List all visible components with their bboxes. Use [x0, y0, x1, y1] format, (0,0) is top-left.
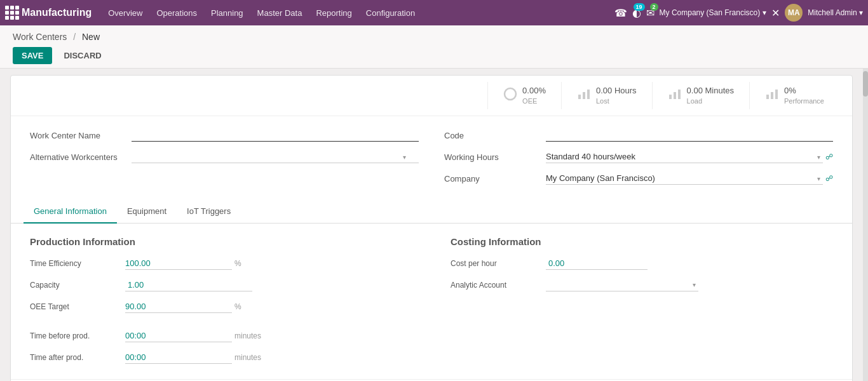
hours-lost-label: Lost	[596, 97, 637, 105]
svg-rect-6	[678, 90, 681, 99]
tab-equipment[interactable]: Equipment	[117, 200, 177, 224]
menu-configuration[interactable]: Configuration	[360, 6, 421, 20]
form-left-col: Work Center Name Alternative Workcenters	[30, 129, 419, 194]
scrollbar-thumb[interactable]	[863, 71, 868, 97]
discard-button[interactable]: DISCARD	[57, 47, 107, 64]
menu-overview[interactable]: Overview	[102, 6, 149, 20]
costing-information-section: Costing Information Cost per hour Analyt…	[451, 236, 833, 373]
time-efficiency-input[interactable]	[125, 257, 232, 270]
brand-title: Manufacturing	[22, 7, 92, 18]
code-label: Code	[444, 131, 546, 140]
oee-label: OEE	[522, 97, 546, 105]
analytic-account-label: Analytic Account	[451, 281, 546, 290]
menu-master-data[interactable]: Master Data	[251, 6, 309, 20]
performance-icon	[765, 88, 779, 103]
svg-rect-5	[674, 92, 676, 99]
company-row: Company My Company (San Francisco) ▾ ☍	[444, 172, 833, 185]
time-after-input[interactable]	[125, 351, 232, 364]
analytic-account-select[interactable]	[546, 279, 698, 291]
working-hours-external-link-icon[interactable]: ☍	[825, 152, 833, 161]
save-button[interactable]: SAVE	[13, 47, 52, 64]
capacity-input[interactable]	[125, 279, 252, 291]
svg-rect-8	[771, 92, 773, 99]
messages-icon[interactable]: ✉ 2	[646, 7, 654, 19]
breadcrumb-separator: /	[73, 32, 76, 42]
svg-rect-2	[583, 92, 585, 99]
svg-rect-4	[669, 95, 672, 99]
time-before-label: Time before prod.	[30, 331, 125, 340]
company-selector[interactable]: My Company (San Francisco) ▾	[660, 8, 767, 17]
stats-bar: 0.00% OEE 0.00 Ho	[11, 76, 852, 116]
alternative-workcenters-value: ▾	[132, 150, 419, 163]
oee-target-input[interactable]	[125, 300, 232, 313]
costing-information-title: Costing Information	[451, 236, 833, 247]
code-row: Code	[444, 129, 833, 142]
production-information-section: Production Information Time Efficiency %…	[30, 236, 412, 373]
stat-oee[interactable]: 0.00% OEE	[487, 82, 561, 109]
working-hours-select[interactable]: Standard 40 hours/week	[546, 150, 823, 163]
minutes-load-label: Load	[687, 97, 734, 105]
company-chevron-icon: ▾	[763, 8, 766, 17]
alternative-workcenters-row: Alternative Workcenters ▾	[30, 150, 419, 163]
capacity-label: Capacity	[30, 281, 125, 290]
svg-rect-7	[766, 95, 769, 99]
work-center-name-value	[132, 129, 419, 142]
svg-rect-1	[578, 95, 581, 99]
time-efficiency-label: Time Efficiency	[30, 259, 125, 268]
page-wrapper: 0.00% OEE 0.00 Ho	[0, 69, 868, 381]
tab-general-information[interactable]: General Information	[24, 200, 117, 224]
oee-value: 0.00%	[522, 86, 546, 97]
working-hours-label: Working Hours	[444, 152, 546, 162]
cost-per-hour-label: Cost per hour	[451, 259, 546, 268]
alternative-workcenters-select[interactable]	[132, 150, 419, 163]
menu-operations[interactable]: Operations	[150, 6, 203, 20]
time-before-unit: minutes	[234, 331, 261, 340]
hours-lost-value: 0.00 Hours	[596, 86, 637, 97]
app-switcher-icon[interactable]	[5, 6, 19, 20]
stat-minutes-load[interactable]: 0.00 Minutes Load	[652, 82, 749, 109]
time-after-label: Time after prod.	[30, 353, 125, 362]
work-center-name-input[interactable]	[132, 129, 419, 142]
activities-icon[interactable]: ◐ 19	[632, 7, 641, 19]
breadcrumb-parent[interactable]: Work Centers	[13, 32, 67, 42]
form-header-fields: Work Center Name Alternative Workcenters	[11, 116, 852, 200]
performance-label: Performance	[784, 97, 824, 105]
oee-target-label: OEE Target	[30, 302, 125, 311]
minutes-load-value: 0.00 Minutes	[687, 86, 734, 97]
company-select[interactable]: My Company (San Francisco)	[546, 172, 823, 185]
tab-content-general: Production Information Time Efficiency %…	[11, 224, 852, 379]
oee-target-row: OEE Target %	[30, 300, 412, 313]
cost-per-hour-input[interactable]	[546, 257, 648, 270]
code-input[interactable]	[546, 129, 833, 142]
cost-per-hour-row: Cost per hour	[451, 257, 833, 270]
user-chevron-icon: ▾	[859, 8, 863, 17]
menu-reporting[interactable]: Reporting	[309, 6, 358, 20]
analytic-account-row: Analytic Account ▾	[451, 279, 833, 291]
stat-hours-lost[interactable]: 0.00 Hours Lost	[561, 82, 652, 109]
scroll-content: 0.00% OEE 0.00 Ho	[0, 69, 863, 381]
top-navigation: Manufacturing Overview Operations Planni…	[0, 0, 868, 25]
main-menu: Overview Operations Planning Master Data…	[102, 6, 611, 20]
menu-planning[interactable]: Planning	[205, 6, 250, 20]
form-card: 0.00% OEE 0.00 Ho	[10, 75, 853, 381]
company-label: Company	[444, 174, 546, 184]
breadcrumb-bar: Work Centers / New SAVE DISCARD	[0, 25, 868, 69]
phone-icon[interactable]: ☎	[614, 7, 627, 19]
breadcrumb-current: New	[82, 32, 100, 42]
form-right-col: Code Working Hours Standard 40 hours/wee…	[444, 129, 833, 194]
time-after-prod-row: Time after prod. minutes	[30, 351, 412, 364]
tab-iot-triggers[interactable]: IoT Triggers	[177, 200, 241, 224]
company-external-link-icon[interactable]: ☍	[825, 174, 833, 183]
scrollbar[interactable]	[863, 69, 868, 381]
capacity-row: Capacity	[30, 279, 412, 291]
main-content: 0.00% OEE 0.00 Ho	[0, 69, 863, 381]
hours-lost-icon	[577, 88, 591, 103]
close-icon[interactable]: ✕	[771, 7, 780, 19]
stat-performance[interactable]: 0% Performance	[749, 82, 839, 109]
avatar: MA	[785, 4, 803, 22]
svg-rect-9	[775, 90, 778, 99]
user-name[interactable]: Mitchell Admin ▾	[808, 8, 863, 17]
action-buttons: SAVE DISCARD	[13, 47, 855, 64]
time-before-input[interactable]	[125, 330, 232, 342]
oee-icon	[503, 87, 517, 104]
